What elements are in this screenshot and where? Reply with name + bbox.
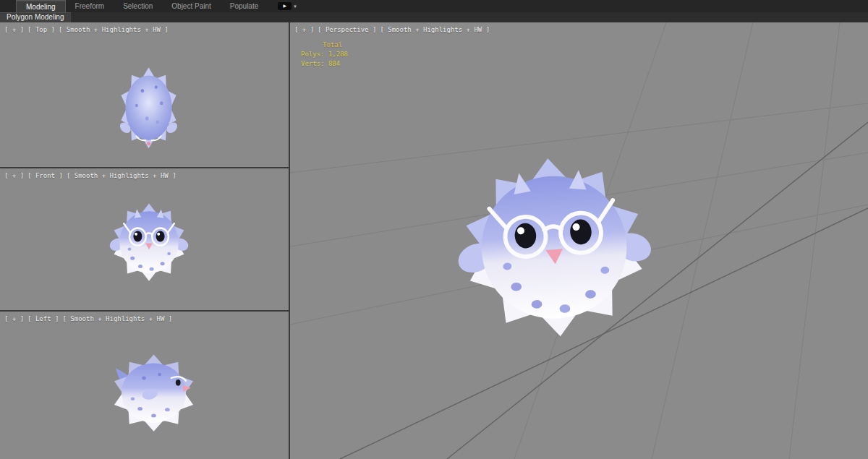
stats-total-label: Total xyxy=(323,40,348,50)
viewport-menu-pov[interactable]: [ Front ] xyxy=(27,172,63,179)
viewport-top[interactable]: [ + ] [ Top ] [ Smooth + Highlights + HW… xyxy=(0,22,289,167)
chevron-down-icon: ▾ xyxy=(294,4,297,9)
ribbon-tab-bar: Modeling Freeform Selection Object Paint… xyxy=(0,0,868,12)
stats-verts: Verts: 884 xyxy=(301,59,348,69)
viewport-left[interactable]: [ + ] [ Left ] [ Smooth + Highlights + H… xyxy=(0,312,289,459)
viewport-menu-general[interactable]: [ + ] xyxy=(4,172,24,179)
viewport-label: [ + ] [ Front ] [ Smooth + Highlights + … xyxy=(4,172,176,179)
viewport-perspective[interactable]: [ + ] [ Perspective ] [ Smooth + Highlig… xyxy=(290,22,868,459)
play-icon: ▶ xyxy=(278,2,292,10)
stats-polys: Polys: 1,288 xyxy=(301,50,348,59)
pufferfish-model-front-view[interactable] xyxy=(106,194,192,286)
ribbon-subtab-bar: Polygon Modeling xyxy=(0,12,868,22)
pufferfish-model-top-view[interactable] xyxy=(107,59,190,152)
viewport-menu-shading[interactable]: [ Smooth + Highlights + HW ] xyxy=(67,172,176,179)
ribbon-tab-object-paint[interactable]: Object Paint xyxy=(162,0,220,12)
viewport-menu-general[interactable]: [ + ] xyxy=(4,26,24,33)
viewport-menu-pov[interactable]: [ Left ] xyxy=(27,315,59,322)
viewport-label: [ + ] [ Perspective ] [ Smooth + Highlig… xyxy=(294,26,490,33)
viewport-left-column: [ + ] [ Top ] [ Smooth + Highlights + HW… xyxy=(0,22,289,459)
viewport-menu-shading[interactable]: [ Smooth + Highlights + HW ] xyxy=(380,26,490,33)
viewport-menu-pov[interactable]: [ Perspective ] xyxy=(318,26,376,33)
pufferfish-model-left-view[interactable] xyxy=(105,346,203,436)
viewport-menu-general[interactable]: [ + ] xyxy=(4,315,24,322)
ribbon-tab-selection[interactable]: Selection xyxy=(114,0,162,12)
viewport-statistics: Total Polys: 1,288 Verts: 884 xyxy=(301,40,348,69)
viewport-menu-shading[interactable]: [ Smooth + Highlights + HW ] xyxy=(59,26,169,33)
viewport-label: [ + ] [ Left ] [ Smooth + Highlights + H… xyxy=(4,315,172,322)
ribbon-tab-modeling[interactable]: Modeling xyxy=(16,0,66,12)
viewport-workspace: [ + ] [ Top ] [ Smooth + Highlights + HW… xyxy=(0,22,868,459)
viewport-menu-pov[interactable]: [ Top ] xyxy=(27,26,55,33)
ribbon-tab-populate[interactable]: Populate xyxy=(221,0,268,12)
media-flyout-button[interactable]: ▶ ▾ xyxy=(278,0,297,12)
subtab-polygon-modeling[interactable]: Polygon Modeling xyxy=(0,12,71,22)
viewport-label: [ + ] [ Top ] [ Smooth + Highlights + HW… xyxy=(4,26,169,33)
pufferfish-model-perspective[interactable] xyxy=(447,137,660,347)
viewport-menu-shading[interactable]: [ Smooth + Highlights + HW ] xyxy=(62,315,172,322)
viewport-menu-general[interactable]: [ + ] xyxy=(294,26,314,33)
ribbon-tab-freeform[interactable]: Freeform xyxy=(66,0,114,12)
viewport-front[interactable]: [ + ] [ Front ] [ Smooth + Highlights + … xyxy=(0,168,289,310)
